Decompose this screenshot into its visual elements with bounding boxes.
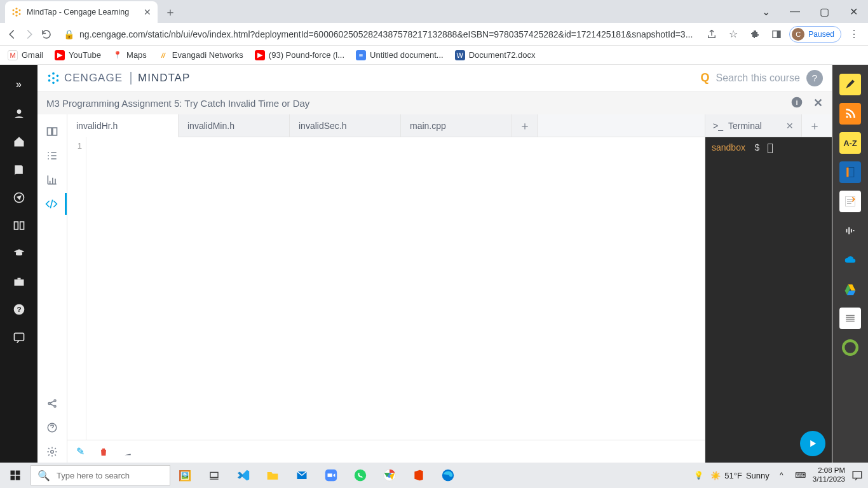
bookmark-gmail[interactable]: MGmail bbox=[8, 50, 43, 60]
chevron-up-icon[interactable]: ^ bbox=[775, 471, 789, 480]
file-tab[interactable]: invalidHr.h bbox=[67, 114, 179, 137]
rail-book-icon[interactable] bbox=[5, 159, 33, 180]
info-icon[interactable]: i bbox=[790, 96, 803, 110]
maximize-button[interactable]: ▢ bbox=[810, 1, 839, 22]
notes-icon[interactable] bbox=[839, 191, 861, 212]
mail-icon[interactable] bbox=[287, 463, 316, 488]
rail-compass-icon[interactable] bbox=[5, 187, 33, 208]
tab-close-icon[interactable]: ✕ bbox=[144, 7, 151, 17]
address-bar[interactable]: 🔒 ng.cengage.com/static/nb/ui/evo/index.… bbox=[57, 25, 699, 44]
vscode-icon[interactable] bbox=[229, 463, 258, 488]
taskbar-search[interactable]: 🔍 bbox=[31, 465, 170, 485]
sidepanel-icon[interactable] bbox=[768, 25, 785, 43]
help-circle-icon[interactable]: ? bbox=[806, 70, 823, 86]
audio-icon[interactable] bbox=[839, 220, 861, 241]
paused-label: Paused bbox=[808, 30, 834, 39]
glossary-icon[interactable]: A-Z bbox=[839, 132, 861, 154]
kebab-menu-icon[interactable]: ⋮ bbox=[845, 25, 863, 43]
minimize-button[interactable]: — bbox=[780, 1, 810, 22]
lines-icon[interactable] bbox=[839, 308, 861, 329]
ide-code-icon[interactable] bbox=[37, 193, 67, 215]
notebook-icon[interactable] bbox=[839, 161, 861, 183]
rail-openbook-icon[interactable] bbox=[5, 215, 33, 236]
rss-icon[interactable] bbox=[839, 103, 861, 125]
drive-icon[interactable] bbox=[839, 278, 861, 300]
rail-grad-icon[interactable] bbox=[5, 243, 33, 264]
tray-app-icon[interactable]: 💡 bbox=[691, 471, 705, 480]
bookmark-youtube[interactable]: ▶YouTube bbox=[55, 50, 101, 60]
bookmark-video[interactable]: ▶(93) Pound-force (l... bbox=[255, 50, 344, 60]
close-assignment-icon[interactable]: ✕ bbox=[813, 96, 823, 110]
zoom-icon[interactable] bbox=[316, 463, 346, 488]
bookmark-gdoc[interactable]: ≡Untitled document... bbox=[356, 50, 444, 60]
file-tab[interactable]: invalidSec.h bbox=[290, 114, 401, 137]
notifications-icon[interactable] bbox=[850, 470, 864, 481]
share-icon[interactable] bbox=[703, 25, 721, 43]
rail-briefcase-icon[interactable] bbox=[5, 271, 33, 292]
input-icon[interactable]: ⌨ bbox=[794, 471, 808, 480]
extensions-icon[interactable] bbox=[746, 25, 764, 43]
terminal-close-icon[interactable]: ✕ bbox=[786, 121, 794, 131]
rail-home-icon[interactable] bbox=[5, 131, 33, 152]
rail-help-icon[interactable]: ? bbox=[5, 299, 33, 320]
add-terminal-button[interactable]: ＋ bbox=[802, 118, 827, 133]
ide-share-icon[interactable] bbox=[41, 393, 63, 414]
file-tab[interactable]: main.cpp bbox=[401, 114, 512, 137]
file-tab[interactable]: invalidMin.h bbox=[179, 114, 290, 137]
download-icon[interactable] bbox=[123, 447, 133, 457]
ide-book-icon[interactable] bbox=[41, 121, 63, 142]
ide-checklist-icon[interactable] bbox=[41, 145, 63, 166]
expand-rail-button[interactable]: » bbox=[5, 72, 33, 97]
svg-point-41 bbox=[355, 470, 366, 481]
start-button[interactable] bbox=[0, 463, 31, 488]
terminal-body[interactable]: sandbox $ bbox=[705, 137, 832, 463]
app-art-icon[interactable]: 🖼️ bbox=[170, 463, 200, 488]
system-tray: 💡 ☀️ 51°F Sunny ^ ⌨ 2:08 PM 3/11/2023 bbox=[691, 466, 868, 484]
star-icon[interactable]: ☆ bbox=[724, 25, 742, 43]
delete-icon[interactable] bbox=[98, 447, 109, 457]
run-button[interactable] bbox=[800, 431, 825, 456]
code-area[interactable] bbox=[86, 137, 705, 440]
edit-icon[interactable]: ✎ bbox=[76, 445, 85, 458]
office-icon[interactable] bbox=[404, 463, 433, 488]
bookmark-word[interactable]: WDocument72.docx bbox=[455, 50, 536, 60]
explorer-icon[interactable] bbox=[258, 463, 287, 488]
bookmark-evangadi[interactable]: //Evangadi Networks bbox=[158, 50, 243, 60]
svg-point-15 bbox=[52, 77, 55, 79]
highlighter-icon[interactable] bbox=[839, 74, 861, 95]
search-course-input[interactable]: Search this course bbox=[715, 72, 800, 84]
reload-button[interactable] bbox=[40, 25, 53, 43]
search-icon[interactable]: Q bbox=[700, 71, 709, 85]
chrome-icon[interactable] bbox=[375, 463, 404, 488]
svg-point-3 bbox=[19, 13, 21, 15]
svg-point-19 bbox=[52, 81, 55, 84]
svg-point-33 bbox=[843, 341, 857, 355]
back-button[interactable] bbox=[5, 25, 18, 43]
edge-icon[interactable] bbox=[433, 463, 463, 488]
new-tab-button[interactable]: ＋ bbox=[161, 3, 179, 21]
rail-user-icon[interactable] bbox=[5, 103, 33, 125]
youtube-icon: ▶ bbox=[55, 50, 65, 60]
add-file-tab[interactable]: ＋ bbox=[512, 114, 538, 137]
profile-paused-pill[interactable]: C Paused bbox=[789, 26, 841, 43]
ide-help-icon[interactable] bbox=[41, 417, 63, 438]
taskview-icon[interactable] bbox=[200, 463, 229, 488]
browser-tab[interactable]: MindTap - Cengage Learning ✕ bbox=[5, 1, 158, 23]
clock[interactable]: 2:08 PM 3/11/2023 bbox=[813, 466, 845, 484]
editor-body[interactable]: 1 bbox=[67, 137, 705, 440]
weather-widget[interactable]: ☀️ 51°F Sunny bbox=[710, 471, 769, 480]
terminal-tab[interactable]: >_ Terminal ✕ bbox=[705, 114, 802, 137]
svg-text:i: i bbox=[796, 98, 797, 106]
cloud-icon[interactable] bbox=[839, 249, 861, 271]
whatsapp-icon[interactable] bbox=[346, 463, 375, 488]
chevron-down-icon[interactable]: ⌄ bbox=[751, 1, 780, 22]
ide-chart-icon[interactable] bbox=[41, 169, 63, 191]
forward-button[interactable] bbox=[22, 25, 36, 43]
rail-feedback-icon[interactable] bbox=[5, 327, 33, 348]
favicon-icon bbox=[11, 7, 22, 17]
taskbar-search-input[interactable] bbox=[57, 471, 163, 480]
ide-settings-icon[interactable] bbox=[41, 441, 63, 463]
bookmark-maps[interactable]: 📍Maps bbox=[112, 50, 147, 60]
close-window-button[interactable]: ✕ bbox=[839, 1, 868, 22]
green-circle-icon[interactable] bbox=[839, 337, 861, 358]
